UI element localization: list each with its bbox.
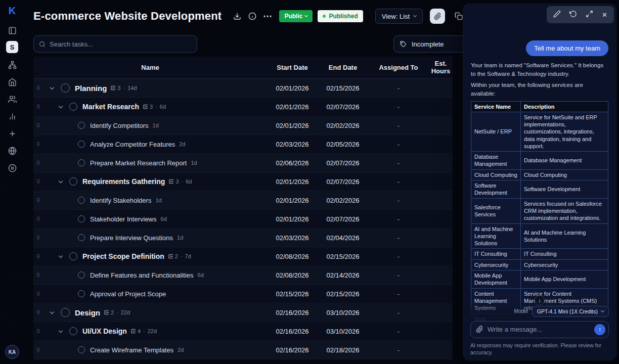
task-checkbox[interactable]	[78, 290, 85, 297]
services-column-description: Description	[521, 101, 608, 112]
task-assigned-to: -	[368, 178, 429, 186]
home-icon[interactable]	[4, 74, 20, 89]
visibility-button[interactable]: Public	[279, 10, 313, 22]
task-checkbox[interactable]	[78, 122, 85, 129]
drag-handle-icon[interactable]: ⠿	[36, 254, 42, 259]
chevron-down-icon[interactable]	[57, 106, 64, 108]
service-description: AI and Machine Learning Solutions	[521, 223, 608, 249]
analytics-icon[interactable]	[4, 109, 20, 124]
drag-handle-icon[interactable]: ⠿	[36, 310, 42, 315]
task-checkbox[interactable]	[69, 252, 77, 260]
info-icon[interactable]	[245, 9, 260, 24]
task-checkbox[interactable]	[69, 103, 77, 111]
task-checkbox[interactable]	[78, 346, 85, 353]
service-name: Software Development	[471, 180, 521, 199]
task-checkbox[interactable]	[61, 308, 70, 317]
drag-handle-icon[interactable]: ⠿	[36, 179, 42, 185]
task-checkbox[interactable]	[69, 177, 77, 186]
drag-handle-icon[interactable]: ⠿	[36, 291, 42, 297]
column-header-start-date[interactable]: Start Date	[267, 64, 318, 71]
search-input[interactable]	[50, 40, 192, 48]
task-end-date: 02/14/2026	[318, 271, 368, 279]
task-end-date: 03/10/2026	[318, 309, 368, 316]
message-input[interactable]	[488, 326, 590, 333]
new-chat-button[interactable]	[553, 10, 561, 20]
table-row[interactable]: ⠿ Analyze Competitor Features 2d 02/03/2…	[33, 135, 453, 154]
table-row[interactable]: ⠿ Prepare Interview Questions 1d 02/03/2…	[33, 229, 453, 247]
send-button[interactable]: ↑	[594, 324, 605, 335]
table-row[interactable]: ⠿ Market Research 3 · 6d 02/01/2026 02/0…	[33, 98, 453, 116]
task-name-cell: Requirements Gathering 3 · 6d	[42, 177, 267, 186]
users-icon[interactable]	[4, 92, 20, 107]
table-row[interactable]: ⠿ Define Features and Functionalities 6d…	[33, 266, 453, 285]
table-row[interactable]: ⠿ UI/UX Design 4 · 22d 02/16/2026 03/10/…	[33, 322, 453, 341]
boards-icon[interactable]	[4, 23, 20, 38]
model-label: Model	[514, 308, 528, 314]
column-header-name[interactable]: Name	[33, 64, 267, 71]
chevron-down-icon[interactable]	[57, 331, 64, 332]
task-checkbox[interactable]	[78, 271, 85, 279]
drag-handle-icon[interactable]: ⠿	[36, 198, 42, 203]
chevron-down-icon[interactable]	[57, 181, 64, 183]
download-icon[interactable]	[230, 9, 245, 24]
more-options-icon[interactable]: ⋯	[260, 9, 275, 24]
drag-handle-icon[interactable]: ⠿	[36, 160, 42, 166]
chevron-down-icon[interactable]	[49, 312, 56, 313]
status-dot	[323, 15, 326, 18]
drag-handle-icon[interactable]: ⠿	[36, 235, 42, 241]
close-icon[interactable]: ✕	[602, 12, 607, 18]
chevron-down-icon[interactable]	[57, 256, 64, 257]
table-row[interactable]: ⠿ Prepare Market Research Report 1d 02/0…	[33, 154, 453, 172]
task-checkbox[interactable]	[78, 215, 85, 222]
model-selector[interactable]: GPT-4.1 Mini (1X Credits)	[532, 306, 609, 317]
disc-icon[interactable]	[4, 160, 20, 175]
history-button[interactable]	[569, 10, 577, 20]
chevron-down-icon[interactable]	[49, 87, 56, 89]
column-header-assigned-to[interactable]: Assigned To	[368, 64, 429, 71]
add-icon[interactable]	[4, 126, 20, 141]
task-duration: 2d	[178, 347, 184, 353]
task-duration: 6d	[198, 272, 204, 278]
paperclip-icon[interactable]	[476, 326, 483, 333]
app-logo[interactable]: K	[9, 5, 16, 17]
task-checkbox[interactable]	[69, 327, 77, 335]
user-avatar[interactable]: KA	[5, 345, 19, 359]
task-assigned-to: -	[368, 103, 429, 111]
drag-handle-icon[interactable]: ⠿	[36, 329, 42, 334]
table-row[interactable]: ⠿ Requirements Gathering 3 · 6d 02/01/20…	[33, 172, 453, 191]
task-end-date: 02/07/2026	[318, 178, 368, 186]
table-row[interactable]: ⠿ Approval of Project Scope 02/15/2026 0…	[33, 285, 453, 303]
column-header-est-hours[interactable]: Est. Hours	[429, 60, 453, 75]
expand-button[interactable]	[586, 10, 593, 20]
task-checkbox[interactable]	[78, 234, 85, 241]
table-row[interactable]: ⠿ Identify Competitors 1d 02/01/2026 02/…	[33, 116, 453, 135]
drag-handle-icon[interactable]: ⠿	[36, 142, 42, 147]
table-row[interactable]: ⠿ Create Wireframe Templates 2d 02/16/20…	[33, 341, 453, 359]
subtask-icon	[169, 179, 174, 184]
workspace-badge[interactable]: S	[6, 41, 18, 53]
task-end-date: 02/18/2026	[318, 346, 368, 354]
drag-handle-icon[interactable]: ⠿	[36, 216, 42, 222]
task-checkbox[interactable]	[61, 83, 70, 93]
attachments-button[interactable]	[430, 9, 445, 24]
hierarchy-icon[interactable]	[4, 57, 20, 72]
visibility-label: Public	[284, 13, 302, 20]
task-checkbox[interactable]	[78, 141, 85, 148]
table-row[interactable]: ⠿ Project Scope Definition 2 · 7d 02/08/…	[33, 247, 453, 266]
column-header-end-date[interactable]: End Date	[318, 64, 368, 71]
drag-handle-icon[interactable]: ⠿	[36, 347, 42, 353]
task-start-date: 02/08/2026	[267, 271, 318, 279]
drag-handle-icon[interactable]: ⠿	[36, 85, 42, 91]
table-row[interactable]: ⠿ Identify Stakeholders 1d 02/01/2026 02…	[33, 191, 453, 210]
drag-handle-icon[interactable]: ⠿	[36, 123, 42, 128]
view-selector-button[interactable]: View: List	[375, 9, 423, 24]
search-box	[33, 35, 197, 53]
globe-icon[interactable]	[4, 143, 20, 158]
drag-handle-icon[interactable]: ⠿	[36, 272, 42, 278]
drag-handle-icon[interactable]: ⠿	[36, 104, 42, 110]
task-checkbox[interactable]	[78, 159, 85, 166]
task-checkbox[interactable]	[78, 197, 85, 204]
table-row[interactable]: ⠿ Planning 3 · 14d 02/01/2026 02/15/2026…	[33, 79, 453, 98]
table-row[interactable]: ⠿ Design 2 · 22d 02/16/2026 03/10/2026 -	[33, 303, 453, 322]
table-row[interactable]: ⠿ Stakeholder Interviews 6d 02/01/2026 0…	[33, 210, 453, 229]
